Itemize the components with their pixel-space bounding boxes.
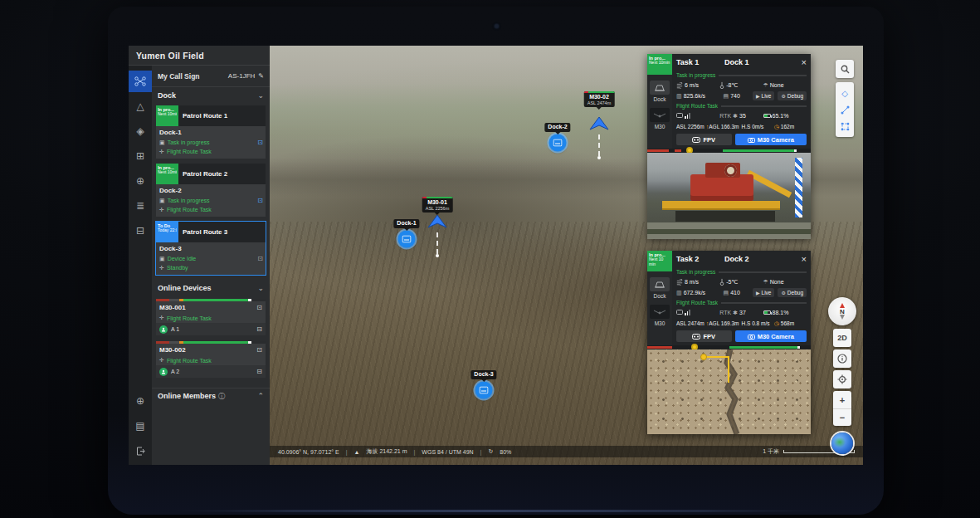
member-name: A 1 — [171, 326, 253, 332]
calendar-icon[interactable]: ⊟ — [256, 325, 262, 333]
storage-icon: ▤ — [724, 93, 729, 100]
line-tool-button[interactable] — [836, 101, 854, 118]
dock-thumbnail[interactable] — [650, 277, 670, 291]
route-name: Patrol Route 3 — [178, 222, 266, 242]
stream-icon[interactable]: ⊡ — [256, 346, 262, 354]
polyline-icon — [841, 105, 850, 115]
dock-marker-dock-3[interactable] — [475, 382, 493, 399]
marker-name: Dock-2 — [548, 124, 567, 130]
drone-thumbnail[interactable] — [650, 305, 670, 319]
route-icon: ✛ — [159, 357, 164, 364]
dock-section-header[interactable]: Dock ⌄ — [152, 87, 270, 103]
compass-needle-south — [840, 315, 845, 322]
m30-camera-button[interactable]: M30 Camera — [735, 134, 807, 145]
device-card-m30-001[interactable]: M30-001 ⊡ ✛Flight Route Task A 1 ⊟ — [156, 299, 266, 335]
camera-icon — [748, 137, 755, 143]
drone-thumb-label: M30 — [655, 124, 666, 130]
debug-button[interactable]: ⚙Debug — [778, 288, 807, 297]
online-devices-header[interactable]: Online Devices ⌄ — [152, 280, 270, 296]
stream-icon[interactable]: ⊡ — [257, 255, 263, 262]
status-badge: In pro... Next 10min — [647, 54, 672, 75]
dock-marker-dock-2[interactable] — [549, 134, 567, 152]
panel-device-strip: In pro... Next 10min Dock — [647, 54, 672, 149]
stream-icon[interactable]: ⊡ — [257, 139, 263, 146]
m30-camera-button[interactable]: M30 Camera — [735, 330, 807, 342]
rail-item-media[interactable]: ⊞ — [129, 145, 152, 167]
dock-thumbnail[interactable] — [650, 81, 670, 95]
marker-name: M30-02 — [588, 94, 612, 100]
dock-marker-dock-1[interactable] — [398, 231, 416, 248]
drone-marker-m30-01[interactable] — [427, 214, 448, 257]
cache-readout: 80% — [500, 449, 511, 455]
2d-mode-button[interactable]: 2D — [833, 329, 851, 347]
rail-item-console[interactable]: ▤ — [129, 415, 152, 437]
close-icon[interactable]: × — [802, 254, 807, 264]
globe-view-button[interactable] — [831, 432, 853, 454]
fpv-button[interactable]: FPV — [676, 134, 732, 145]
map-info-button[interactable] — [833, 349, 851, 368]
fpv-button[interactable]: FPV — [676, 330, 732, 342]
section-route-label: Flight Route Task — [676, 300, 718, 305]
rail-item-network[interactable]: ⊕ — [129, 390, 152, 412]
marker-altitude: ASL 2256m — [426, 206, 450, 211]
compass-control[interactable]: N — [828, 297, 856, 325]
live-button[interactable]: ▶Live — [753, 288, 775, 297]
drone-camera-feed[interactable] — [647, 349, 811, 434]
rail-item-layers[interactable]: ◈ — [129, 120, 152, 142]
rtk-label: RTK — [719, 310, 731, 315]
marker-label-dock-1[interactable]: Dock-1 — [393, 219, 419, 228]
member-name: A 2 — [171, 369, 253, 374]
rail-item-schedule[interactable]: ⊟ — [129, 220, 152, 242]
marker-label-m30-01[interactable]: M30-01 ASL 2256m — [422, 197, 453, 213]
drone-thumbnail[interactable] — [650, 108, 670, 122]
network-icon: ▥ — [676, 290, 682, 296]
hspeed-value: H.S 0m/s — [742, 124, 764, 130]
rain-value: None — [770, 82, 784, 88]
badge-line2: Next 10min — [649, 61, 670, 66]
live-button[interactable]: ▶Live — [753, 91, 775, 100]
dock-camera-feed[interactable] — [647, 153, 811, 239]
signal-icon — [685, 113, 690, 119]
stream-icon[interactable]: ⊡ — [256, 304, 262, 311]
route-card-3-selected[interactable]: To Do Today 22:00 Patrol Route 3 Dock-3 … — [156, 222, 266, 275]
rail-item-globe[interactable]: ⊕ — [129, 170, 152, 192]
drone-ground-dot — [597, 156, 601, 159]
device-card-m30-002[interactable]: M30-002 ⊡ ✛Flight Route Task A 2 ⊟ — [156, 341, 266, 378]
marker-label-dock-3[interactable]: Dock-3 — [470, 370, 496, 379]
pin-tool-button[interactable]: ◇ — [836, 85, 854, 101]
rail-item-annotation[interactable]: △ — [129, 95, 152, 117]
dock-section-title: Dock — [158, 91, 257, 100]
temperature-value: -8℃ — [726, 82, 738, 89]
live-label: Live — [762, 290, 772, 296]
polygon-tool-button[interactable] — [836, 118, 854, 134]
close-icon[interactable]: × — [802, 57, 807, 67]
route-card-2[interactable]: In pro... Next 10min Patrol Route 2 Dock… — [156, 164, 266, 217]
drone-silhouette-icon — [653, 112, 666, 119]
marker-label-dock-2[interactable]: Dock-2 — [544, 123, 570, 132]
zoom-out-button[interactable]: − — [833, 408, 851, 426]
stream-icon[interactable]: ⊡ — [257, 197, 263, 204]
online-members-header[interactable]: Online Members ⓘ ⌃ — [152, 388, 270, 403]
rail-item-exit[interactable] — [129, 440, 152, 462]
map-search-button[interactable] — [836, 60, 854, 78]
rtk-label: RTK — [719, 113, 731, 119]
drone-marker-m30-02[interactable] — [588, 116, 610, 159]
status-badge: To Do Today 22:00 — [156, 222, 178, 242]
drone-arrow-icon — [427, 214, 448, 229]
edit-icon[interactable]: ✎ — [258, 72, 264, 80]
section-task-label: Task in progress — [676, 72, 715, 78]
refresh-icon: ↻ — [488, 448, 493, 455]
exit-icon — [136, 447, 145, 456]
marker-label-m30-02[interactable]: M30-02 ASL 2474m — [584, 91, 615, 107]
locate-button[interactable] — [833, 370, 851, 388]
satellite-icon: ✱ — [733, 113, 738, 120]
temperature-value: -5℃ — [726, 279, 738, 286]
media-icon: ⊞ — [136, 150, 144, 162]
camera-label: M30 Camera — [758, 333, 794, 340]
rail-item-fleet[interactable]: ≣ — [129, 195, 152, 217]
route-card-1[interactable]: In pro... Next 10min Patrol Route 1 Dock… — [156, 105, 266, 159]
debug-button[interactable]: ⚙Debug — [778, 91, 807, 100]
rail-item-projects[interactable] — [129, 71, 152, 92]
calendar-icon[interactable]: ⊟ — [256, 368, 262, 375]
zoom-in-button[interactable]: + — [833, 391, 851, 408]
